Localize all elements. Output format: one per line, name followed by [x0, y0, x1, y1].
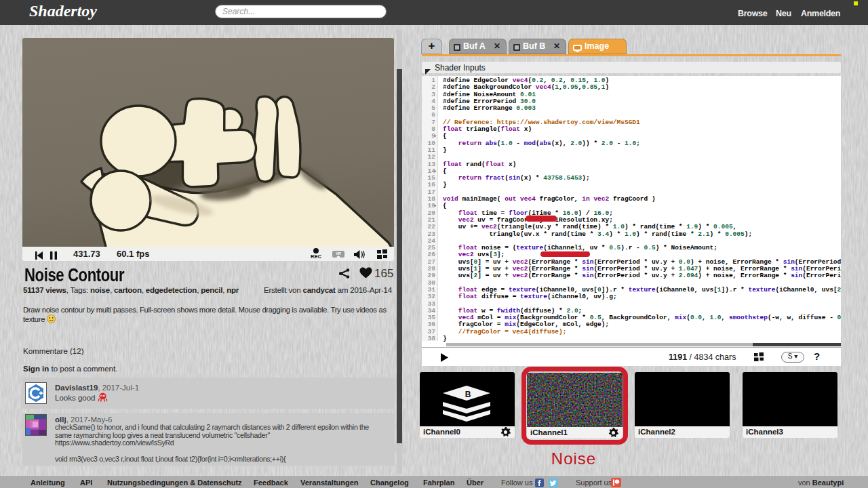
- svg-text:REC: REC: [311, 253, 321, 259]
- svg-text:VR: VR: [336, 251, 341, 256]
- svg-text:B: B: [465, 390, 471, 399]
